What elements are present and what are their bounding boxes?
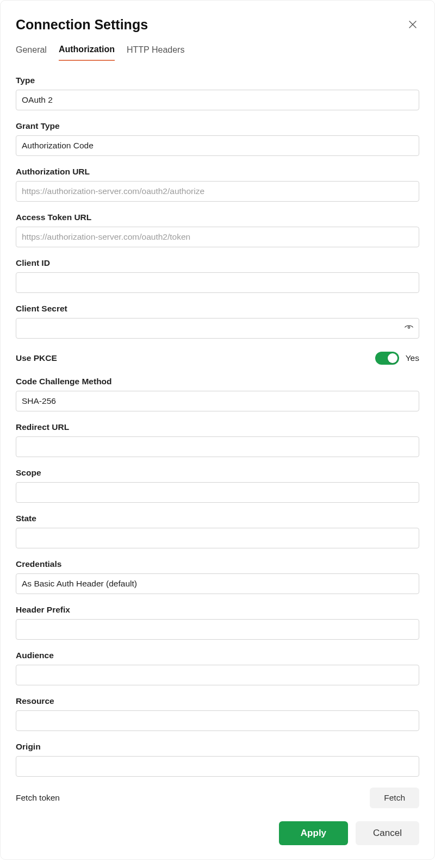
dialog-header: Connection Settings (16, 17, 419, 33)
origin-label: Origin (16, 742, 419, 752)
origin-field: Origin (16, 742, 419, 777)
tab-http-headers[interactable]: HTTP Headers (127, 45, 184, 61)
client-id-label: Client ID (16, 258, 419, 268)
client-id-input[interactable] (16, 272, 419, 293)
access-token-url-field: Access Token URL (16, 213, 419, 247)
use-pkce-toggle[interactable] (375, 352, 399, 365)
grant-type-field: Grant Type Authorization Code (16, 121, 419, 156)
use-pkce-row: Use PKCE Yes (16, 349, 419, 365)
audience-label: Audience (16, 651, 419, 660)
client-secret-label: Client Secret (16, 304, 419, 314)
grant-type-select[interactable]: Authorization Code (16, 135, 419, 156)
redirect-url-label: Redirect URL (16, 422, 419, 432)
grant-type-label: Grant Type (16, 121, 419, 131)
code-challenge-method-select[interactable]: SHA-256 (16, 391, 419, 411)
access-token-url-input[interactable] (16, 227, 419, 247)
close-button[interactable] (406, 18, 419, 31)
dialog-footer: Apply Cancel (16, 821, 419, 845)
code-challenge-method-field: Code Challenge Method SHA-256 (16, 377, 419, 411)
code-challenge-method-label: Code Challenge Method (16, 377, 419, 386)
type-select[interactable]: OAuth 2 (16, 90, 419, 110)
client-id-field: Client ID (16, 258, 419, 293)
dialog-title: Connection Settings (16, 17, 148, 33)
credentials-field: Credentials As Basic Auth Header (defaul… (16, 559, 419, 594)
fetch-button[interactable]: Fetch (370, 788, 419, 808)
reveal-secret-button[interactable] (402, 321, 416, 336)
use-pkce-value: Yes (406, 353, 419, 363)
origin-input[interactable] (16, 756, 419, 777)
header-prefix-field: Header Prefix (16, 605, 419, 640)
tab-authorization[interactable]: Authorization (59, 45, 115, 61)
type-label: Type (16, 76, 419, 85)
redirect-url-input[interactable] (16, 436, 419, 457)
scope-field: Scope (16, 468, 419, 503)
authorization-url-label: Authorization URL (16, 167, 419, 177)
scope-label: Scope (16, 468, 419, 478)
apply-button[interactable]: Apply (279, 821, 348, 845)
scope-input[interactable] (16, 482, 419, 503)
access-token-url-label: Access Token URL (16, 213, 419, 222)
close-icon (408, 20, 417, 29)
authorization-url-input[interactable] (16, 181, 419, 202)
client-secret-field: Client Secret (16, 304, 419, 339)
resource-field: Resource (16, 696, 419, 731)
tab-general[interactable]: General (16, 45, 47, 61)
header-prefix-label: Header Prefix (16, 605, 419, 615)
resource-input[interactable] (16, 710, 419, 731)
type-field: Type OAuth 2 (16, 76, 419, 110)
svg-point-0 (408, 327, 409, 328)
credentials-select[interactable]: As Basic Auth Header (default) (16, 573, 419, 594)
fetch-token-row: Fetch token Fetch (16, 788, 419, 808)
tabs: General Authorization HTTP Headers (16, 45, 419, 61)
connection-settings-dialog: Connection Settings General Authorizatio… (0, 0, 435, 860)
state-label: State (16, 514, 419, 523)
eye-icon (404, 323, 414, 333)
redirect-url-field: Redirect URL (16, 422, 419, 457)
use-pkce-label: Use PKCE (16, 353, 57, 363)
client-secret-input[interactable] (16, 318, 419, 339)
cancel-button[interactable]: Cancel (356, 821, 419, 845)
credentials-label: Credentials (16, 559, 419, 569)
authorization-url-field: Authorization URL (16, 167, 419, 202)
header-prefix-input[interactable] (16, 619, 419, 640)
audience-field: Audience (16, 651, 419, 685)
state-field: State (16, 514, 419, 548)
resource-label: Resource (16, 696, 419, 706)
state-input[interactable] (16, 528, 419, 548)
fetch-token-label: Fetch token (16, 793, 60, 803)
audience-input[interactable] (16, 665, 419, 685)
